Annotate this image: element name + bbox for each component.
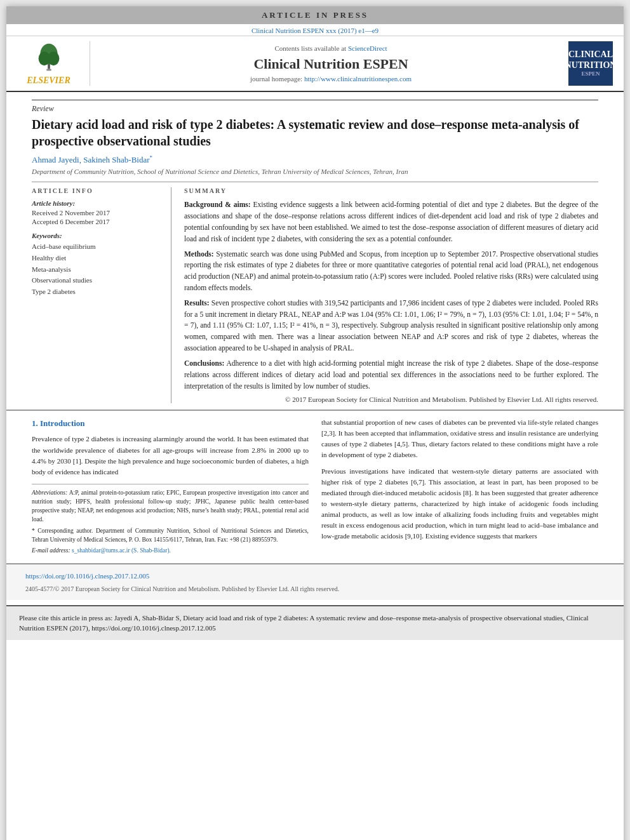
svg-rect-4 — [46, 69, 51, 71]
elsevier-wordmark: ELSEVIER — [27, 76, 70, 86]
doi-line[interactable]: https://doi.org/10.1016/j.clnesp.2017.12… — [25, 571, 605, 582]
article-in-press-banner: ARTICLE IN PRESS — [6, 6, 624, 24]
article-title: Dietary acid load and risk of type 2 dia… — [32, 116, 598, 149]
sciencedirect-link[interactable]: ScienceDirect — [348, 44, 387, 52]
intro-heading: 1. Introduction — [32, 417, 309, 430]
body-left-col: 1. Introduction Prevalence of type 2 dia… — [32, 417, 309, 557]
summary-text: Background & aims: Existing evidence sug… — [184, 199, 598, 392]
elsevier-logo: ELSEVIER — [14, 41, 90, 86]
article-history: Article history: Received 2 November 201… — [32, 199, 161, 225]
body-para1: that substantial proportion of new cases… — [321, 417, 598, 460]
footnotes: Abbreviations: A:P, animal protein-to-po… — [32, 484, 309, 556]
corresponding-label: * Corresponding author. — [32, 528, 93, 534]
authors: Ahmad Jayedi, Sakineh Shab-Bidar* — [32, 154, 598, 165]
affiliation: Department of Community Nutrition, Schoo… — [32, 168, 598, 175]
review-label: Review — [32, 100, 598, 114]
journal-title: Clinical Nutrition ESPEN — [97, 56, 565, 72]
journal-info-bar: Clinical Nutrition ESPEN xxx (2017) e1—e… — [6, 24, 624, 36]
sciencedirect-line: Contents lists available at ScienceDirec… — [97, 44, 565, 52]
author-asterisk: * — [150, 154, 153, 161]
citation-bar: Please cite this article in press as: Ja… — [6, 605, 624, 640]
journal-center-info: Contents lists available at ScienceDirec… — [97, 41, 565, 86]
email-link[interactable]: s_shahbidar@tums.ac.ir (S. Shab-Bidar). — [72, 547, 171, 554]
footer-bar: https://doi.org/10.1016/j.clnesp.2017.12… — [6, 563, 624, 600]
summary-heading: SUMMARY — [184, 187, 598, 194]
homepage-link[interactable]: http://www.clinicalnutritionespen.com — [304, 75, 412, 83]
body-right-col: that substantial proportion of new cases… — [321, 417, 598, 557]
journal-logo-right: CLINICAL NUTRITION ESPEN — [565, 41, 616, 86]
journal-logo-box: CLINICAL NUTRITION ESPEN — [568, 41, 613, 86]
journal-header: ELSEVIER Contents lists available at Sci… — [6, 36, 624, 92]
body-para2: Previous investigations have indicated t… — [321, 466, 598, 542]
section-divider — [6, 410, 624, 411]
body-columns: 1. Introduction Prevalence of type 2 dia… — [6, 417, 624, 557]
svg-point-3 — [48, 51, 59, 65]
keywords-section: Keywords: Acid–base equilibrium Healthy … — [32, 232, 161, 297]
footer-copyright: 2405-4577/© 2017 European Society for Cl… — [25, 584, 605, 594]
journal-homepage: journal homepage: http://www.clinicalnut… — [97, 75, 565, 83]
summary-col: SUMMARY Background & aims: Existing evid… — [184, 187, 598, 403]
intro-para1: Prevalence of type 2 diabetes is increas… — [32, 434, 309, 477]
article-info-heading: ARTICLE INFO — [32, 187, 161, 194]
article-info-col: ARTICLE INFO Article history: Received 2… — [32, 187, 171, 403]
summary-copyright: © 2017 European Society for Clinical Nut… — [184, 396, 598, 403]
article-meta-section: ARTICLE INFO Article history: Received 2… — [32, 182, 598, 403]
